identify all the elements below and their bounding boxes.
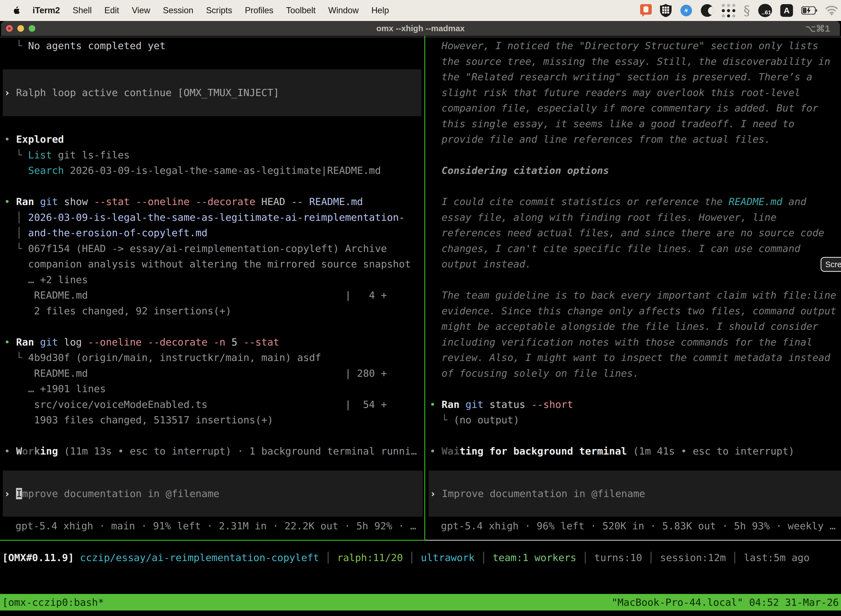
app-menus: iTerm2ShellEditViewSessionScriptsProfile…	[32, 6, 389, 15]
window-shortcut-badge: ⌥⌘1	[806, 21, 830, 36]
terminal-line: src/voice/voiceModeEnabled.ts | 54 +	[4, 397, 423, 413]
pane-top-border	[0, 37, 841, 37]
terminal-line	[429, 147, 841, 163]
terminal-line: companion file, especially if more comme…	[429, 100, 841, 116]
apple-logo-icon[interactable]	[13, 6, 20, 15]
wifi-icon[interactable]	[826, 6, 838, 15]
terminal-line	[429, 428, 841, 444]
squiggle-app-icon[interactable]: §	[744, 4, 750, 17]
terminal-line: the "Related research writing" section i…	[429, 69, 841, 85]
left-pane-bottom-border	[0, 540, 425, 541]
terminal-line: • Ran git show --stat --oneline --decora…	[4, 194, 423, 210]
left-pane[interactable]: └ No agents completed yet › Ralph loop a…	[4, 38, 423, 459]
terminal-line: slight risk that future readers may over…	[429, 85, 841, 101]
window-title: omx --xhigh --madmax	[1, 21, 840, 36]
terminal-line	[4, 179, 423, 194]
menu-item-profiles[interactable]: Profiles	[245, 6, 273, 15]
terminal-line: review. Also, I might want to inspect th…	[429, 350, 841, 366]
terminal-line: including verification notes with those …	[429, 334, 841, 350]
terminal-line: 1903 files changed, 513517 insertions(+)	[4, 412, 423, 428]
screen: iTerm2ShellEditViewSessionScriptsProfile…	[0, 0, 841, 616]
left-prompt-input[interactable]: › Improve documentation in @filename	[3, 471, 423, 517]
menu-item-scripts[interactable]: Scripts	[206, 6, 232, 15]
terminal-line: › Ralph loop active continue [OMX_TMUX_I…	[4, 85, 423, 101]
right-model-status: gpt-5.4 xhigh · 96% left · 520K in · 5.8…	[441, 518, 835, 534]
terminal-line	[4, 428, 423, 444]
menu-bar-status-icons: § ..61 A	[640, 0, 838, 21]
terminal-line: • Ran git status --short	[429, 397, 841, 413]
terminal-line: └ List git ls-files	[4, 147, 423, 163]
terminal-line	[429, 381, 841, 397]
terminal-line: of focusing solely on file lines.	[429, 366, 841, 381]
terminal-line: The team guideline is to back every impo…	[429, 287, 841, 303]
terminal-line: Considering citation options	[429, 163, 841, 179]
terminal-line: └ (no output)	[429, 412, 841, 428]
terminal-line: references need actual files, and since …	[429, 225, 841, 241]
menu-item-window[interactable]: Window	[328, 6, 359, 15]
terminal-line: └ No agents completed yet	[4, 38, 423, 54]
terminal-line: • Waiting for background terminal (1m 41…	[429, 443, 841, 459]
window-titlebar[interactable]: omx --xhigh --madmax ⌥⌘1	[1, 21, 840, 36]
terminal-line: └ 067f154 (HEAD -> essay/ai-reimplementa…	[4, 241, 423, 257]
terminal-line: Search 2026-03-09-is-legal-the-same-as-l…	[4, 163, 423, 179]
right-prompt-input[interactable]: › Improve documentation in @filename	[428, 471, 841, 517]
gauge-61-icon[interactable]: ..61	[758, 4, 772, 17]
right-pane[interactable]: However, I noticed the "Directory Struct…	[429, 38, 841, 459]
terminal-line	[4, 54, 423, 70]
blue-seal-icon[interactable]	[680, 4, 693, 17]
input-source-icon[interactable]: A	[780, 4, 793, 17]
terminal-line: • Explored	[4, 132, 423, 147]
terminal-line: might be acceptable alongside the file l…	[429, 319, 841, 334]
terminal-line: I could cite commit statistics or refere…	[429, 194, 841, 210]
omx-status-line: [OMX#0.11.9] cczip/essay/ai-reimplementa…	[2, 550, 810, 565]
terminal-line	[4, 100, 423, 116]
menu-item-view[interactable]: View	[132, 6, 150, 15]
menu-item-edit[interactable]: Edit	[104, 6, 119, 15]
terminal-line: essay file, along with finding root file…	[429, 210, 841, 226]
menu-item-shell[interactable]: Shell	[73, 6, 92, 15]
terminal-line: 2 files changed, 92 insertions(+)	[4, 303, 423, 319]
left-model-status: gpt-5.4 xhigh · main · 91% left · 2.31M …	[15, 518, 416, 534]
terminal-line	[4, 116, 423, 132]
privacy-keyboard-icon[interactable]	[660, 4, 672, 17]
terminal-line: … +1901 lines	[4, 381, 423, 397]
terminal-line: • Ran git log --oneline --decorate -n 5 …	[4, 334, 423, 350]
menu-item-iterm2[interactable]: iTerm2	[32, 6, 60, 15]
menu-item-toolbelt[interactable]: Toolbelt	[286, 6, 316, 15]
terminal-line: this single essay, it seems like a good …	[429, 116, 841, 132]
terminal-line: output instead.	[429, 257, 841, 272]
terminal-line: changes, I can't cite specific file line…	[429, 241, 841, 257]
terminal-line: README.md | 280 +	[4, 366, 423, 381]
tmux-session-label[interactable]: [omx-cczip0:bash*	[2, 597, 104, 608]
pane-divider[interactable]	[424, 36, 425, 540]
dots-grid-icon[interactable]	[722, 4, 736, 18]
terminal-line: … +2 lines	[4, 272, 423, 288]
terminal-line	[4, 319, 423, 334]
screen-record-icon[interactable]	[640, 4, 652, 17]
tmux-host-clock: "MacBook-Pro-44.local" 04:52 31-Mar-26	[611, 597, 839, 608]
terminal-line	[4, 69, 423, 85]
screen-overlay-chip[interactable]: Scre	[820, 257, 841, 272]
terminal-line	[429, 179, 841, 194]
menu-bar: iTerm2ShellEditViewSessionScriptsProfile…	[0, 0, 841, 21]
menu-item-help[interactable]: Help	[371, 6, 389, 15]
crescent-app-icon[interactable]	[701, 4, 714, 17]
terminal-line: └ 4b9d30f (origin/main, instructkr/main,…	[4, 350, 423, 366]
terminal-line: │ 2026-03-09-is-legal-the-same-as-legiti…	[4, 210, 423, 226]
terminal-line	[429, 272, 841, 288]
terminal-line: provide file and line references from th…	[429, 132, 841, 147]
tmux-status-bar: [omx-cczip0:bash* "MacBook-Pro-44.local"…	[0, 594, 841, 610]
terminal-line: │ and-the-erosion-of-copyleft.md	[4, 225, 423, 241]
menu-item-session[interactable]: Session	[163, 6, 193, 15]
battery-icon[interactable]	[801, 6, 817, 15]
terminal-content: └ No agents completed yet › Ralph loop a…	[0, 36, 841, 616]
terminal-line: the source tree, missing the essay. Stil…	[429, 54, 841, 70]
terminal-line: evidence. Since this change only affects…	[429, 303, 841, 319]
terminal-line: companion analysis without altering the …	[4, 257, 423, 272]
terminal-line: However, I noticed the "Directory Struct…	[429, 38, 841, 54]
right-pane-bottom-border	[425, 540, 841, 541]
terminal-line: • Working (11m 13s • esc to interrupt) ·…	[4, 443, 423, 459]
terminal-line: README.md | 4 +	[4, 287, 423, 303]
